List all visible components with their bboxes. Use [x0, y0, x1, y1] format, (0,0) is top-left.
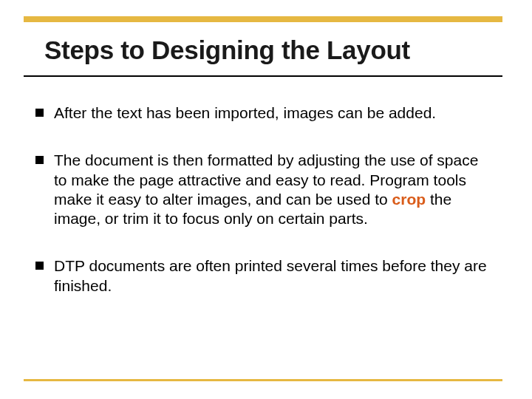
- bullet-text: DTP documents are often printed several …: [54, 256, 488, 296]
- bullet-text: The document is then formatted by adjust…: [54, 151, 488, 228]
- content-area: After the text has been imported, images…: [35, 103, 488, 324]
- square-bullet-icon: [35, 156, 44, 164]
- text-run: DTP documents are often printed several …: [54, 257, 487, 293]
- text-emphasis: crop: [392, 191, 426, 208]
- bullet-text: After the text has been imported, images…: [54, 103, 488, 123]
- title-area: Steps to Designing the Layout: [44, 35, 488, 65]
- bullet-item: DTP documents are often printed several …: [35, 256, 488, 296]
- bottom-accent-bar: [24, 379, 502, 381]
- square-bullet-icon: [35, 262, 44, 270]
- slide-title: Steps to Designing the Layout: [44, 35, 488, 65]
- text-run: After the text has been imported, images…: [54, 104, 436, 121]
- title-underline: [24, 75, 502, 77]
- top-accent-bar: [24, 16, 502, 22]
- bullet-item: The document is then formatted by adjust…: [35, 151, 488, 228]
- square-bullet-icon: [35, 109, 44, 117]
- bullet-item: After the text has been imported, images…: [35, 103, 488, 123]
